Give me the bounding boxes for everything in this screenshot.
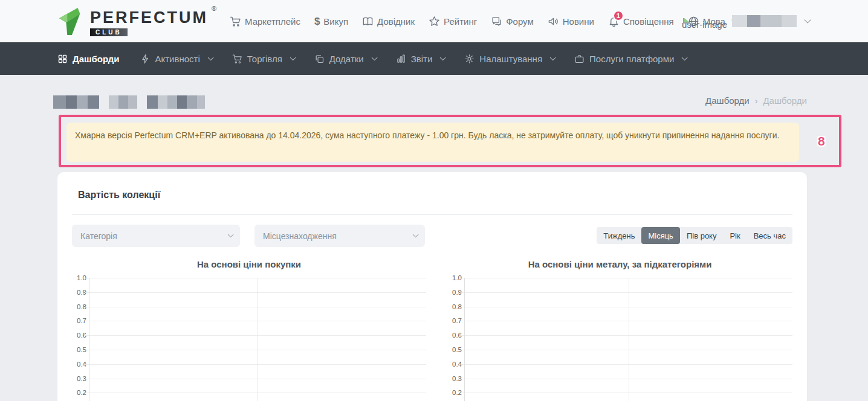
navbar-item-label: Торгівля	[247, 54, 282, 64]
chevron-down-icon	[413, 231, 419, 237]
chevron-down-icon	[371, 54, 377, 60]
y-axis-line	[464, 278, 465, 401]
nav-notifications-label: Сповіщення	[623, 16, 674, 27]
nav-directory[interactable]: Довідник	[362, 16, 415, 27]
gridline	[85, 350, 426, 350]
chevron-down-icon	[804, 16, 811, 23]
gridline	[461, 307, 792, 307]
location-select-placeholder: Місцезнаходження	[263, 231, 337, 241]
top-header: PERFECTUM ® CLUB Маркетплейс $ Викуп Дов…	[0, 0, 868, 42]
nav-news[interactable]: Новини	[548, 16, 594, 27]
annotation-highlight-box: 8	[59, 115, 841, 167]
navbar-item-label: Активності	[155, 54, 200, 64]
gridline	[85, 393, 426, 393]
star-icon	[429, 16, 440, 27]
breadcrumb-parent[interactable]: Дашборди	[705, 95, 750, 106]
chevron-down-icon	[682, 54, 688, 60]
chart-title: На основі ціни покупки	[72, 259, 426, 269]
navbar-item-platform-services[interactable]: Послуги платформи	[574, 54, 685, 64]
gridline	[461, 335, 792, 336]
header-nav: Маркетплейс $ Викуп Довідник Рейтинг Фор…	[230, 0, 736, 42]
nav-marketplace[interactable]: Маркетплейс	[230, 16, 300, 27]
user-name-redacted	[732, 15, 797, 27]
navbar-item-dashboards[interactable]: Дашборди	[57, 54, 120, 64]
copy-icon	[314, 54, 325, 64]
navbar-item-label: Налаштування	[479, 54, 542, 64]
main-navbar: Дашборди Активності Торгівля Додатки Зві…	[0, 42, 868, 75]
category-select[interactable]: Категорія	[72, 225, 240, 247]
gridline	[461, 292, 792, 293]
gridline	[461, 379, 792, 379]
navbar-item-label: Дашборди	[73, 54, 120, 64]
breadcrumb: Дашборди › Дашборди	[705, 95, 807, 106]
divider	[72, 214, 792, 215]
logo[interactable]: PERFECTUM ® CLUB	[57, 6, 208, 37]
chart-metal-price: На основі ціни металу, за підкатегоріями…	[447, 259, 792, 401]
redacted-page-title	[53, 95, 205, 109]
card-title: Вартість колекції	[78, 190, 160, 200]
gridline	[85, 307, 426, 307]
nav-forum[interactable]: Форум	[491, 16, 534, 27]
y-tick-label: 0.7	[447, 317, 462, 324]
annotation-number-label: 8	[818, 134, 825, 149]
chevron-down-icon	[228, 231, 234, 237]
nav-news-label: Новини	[563, 16, 594, 27]
y-tick-label: 0.8	[72, 303, 86, 310]
user-menu[interactable]: user-image	[682, 0, 809, 42]
gridline	[461, 364, 792, 365]
nav-notifications[interactable]: 1 Сповіщення	[608, 16, 674, 27]
y-axis-line	[89, 278, 89, 401]
navbar-item-label: Додатки	[329, 54, 364, 64]
collection-value-card: Вартість колекції Категорія Місцезнаходж…	[57, 172, 807, 401]
registered-mark: ®	[212, 5, 216, 12]
chart-plot-area: 1.00.90.80.70.60.50.40.30.2	[447, 278, 792, 401]
chevron-down-icon	[207, 54, 213, 60]
chevron-down-icon	[550, 54, 556, 60]
gridline	[461, 278, 792, 278]
briefcase-icon	[574, 54, 585, 64]
nav-directory-label: Довідник	[377, 16, 415, 27]
navbar-item-trade[interactable]: Торгівля	[232, 54, 294, 64]
vertical-gridline	[257, 278, 258, 401]
nav-marketplace-label: Маркетплейс	[245, 16, 300, 27]
navbar-item-reports[interactable]: Звіти	[396, 54, 444, 64]
range-tab-alltime[interactable]: Весь час	[747, 227, 792, 244]
range-tab-week[interactable]: Тиждень	[597, 227, 641, 244]
gridline	[461, 350, 792, 350]
range-tab-halfyear[interactable]: Пів року	[680, 227, 724, 244]
nav-rating[interactable]: Рейтинг	[429, 16, 477, 27]
logo-mark-icon	[57, 6, 85, 36]
gridline	[85, 278, 426, 278]
dashboard-grid-icon	[57, 54, 68, 64]
y-tick-label: 0.9	[447, 289, 462, 296]
range-tab-year[interactable]: Рік	[723, 227, 747, 244]
nav-buyout[interactable]: $ Викуп	[314, 16, 348, 27]
location-select[interactable]: Місцезнаходження	[254, 225, 425, 247]
speaker-icon	[548, 16, 559, 27]
chevron-down-icon	[440, 54, 446, 60]
bar-chart-icon	[396, 54, 406, 64]
gridline	[85, 379, 426, 379]
notification-badge: 1	[613, 10, 624, 21]
cart-icon	[230, 16, 241, 27]
gridline	[461, 393, 792, 393]
breadcrumb-current: Дашборди	[763, 95, 807, 106]
dollar-icon: $	[314, 16, 320, 27]
gridline	[85, 364, 426, 365]
y-tick-label: 0.6	[447, 332, 462, 339]
y-tick-label: 1.0	[72, 274, 86, 281]
logo-brand-text: PERFECTUM	[90, 10, 208, 26]
y-tick-label: 0.2	[72, 389, 86, 396]
chart-plot-area: 1.00.90.80.70.60.50.40.30.2	[72, 278, 426, 401]
logo-club-badge: CLUB	[90, 28, 128, 36]
y-tick-label: 0.8	[447, 303, 462, 310]
range-tab-month[interactable]: Місяць	[641, 227, 679, 244]
navbar-item-settings[interactable]: Налаштування	[464, 54, 554, 64]
navbar-item-activities[interactable]: Активності	[140, 54, 212, 64]
category-select-placeholder: Категорія	[80, 231, 117, 241]
y-tick-label: 0.6	[72, 332, 86, 339]
breadcrumb-separator: ›	[755, 96, 758, 106]
book-icon	[362, 16, 374, 27]
chevron-down-icon	[290, 54, 296, 60]
navbar-item-addons[interactable]: Додатки	[314, 54, 375, 64]
